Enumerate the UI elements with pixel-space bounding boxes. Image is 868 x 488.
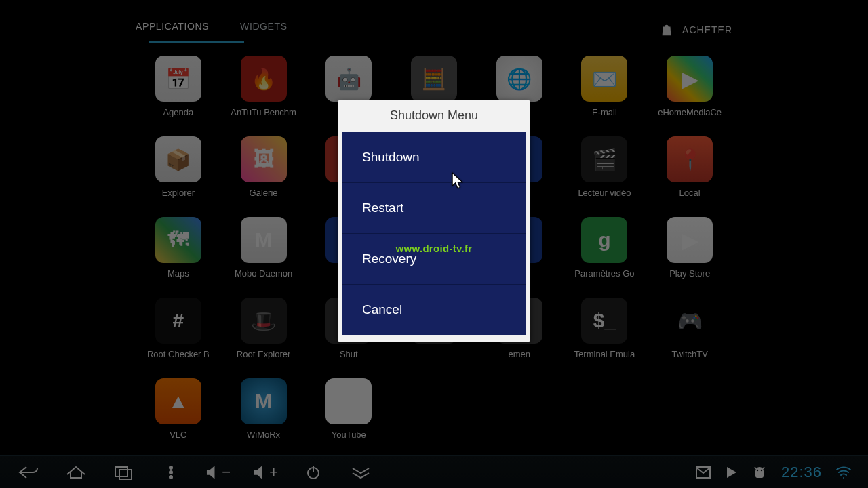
app-icon: ▶ (326, 378, 372, 424)
svg-point-3 (170, 471, 172, 474)
app-label: Maps (167, 268, 189, 279)
app-item[interactable]: ▶Play Store (647, 217, 732, 279)
dialog-menu: ShutdownRestartRecoveryCancel (342, 132, 526, 335)
app-label: eHomeMediaCe (658, 107, 722, 117)
svg-rect-0 (115, 467, 127, 476)
speaker-icon (206, 466, 220, 479)
app-label: emen (508, 349, 530, 359)
app-item[interactable]: 🎩Root Explorer (221, 298, 307, 359)
app-item[interactable]: MWiMoRx (221, 378, 307, 440)
dialog-title: Shutdown Menu (338, 100, 530, 132)
recent-apps-button[interactable] (111, 464, 136, 481)
svg-point-7 (757, 469, 758, 470)
app-icon: g (581, 217, 627, 263)
app-icon: $_ (581, 298, 627, 344)
wifi-icon (835, 464, 852, 481)
app-label: Lecteur vidéo (578, 188, 631, 198)
app-label: Root Explorer (237, 349, 290, 359)
app-label: Agenda (163, 107, 193, 117)
minus-label: − (222, 464, 231, 481)
app-icon: ▲ (155, 378, 201, 424)
shutdown-dialog: Shutdown Menu ShutdownRestartRecoveryCan… (338, 100, 530, 342)
app-item[interactable]: 🖼Galerie (221, 136, 307, 198)
app-icon: 🤖 (326, 56, 372, 102)
system-navbar: − + 22:36 (0, 455, 868, 488)
app-label: Paramètres Go (574, 268, 634, 279)
app-label: Local (679, 188, 701, 198)
drawer-header: APPLICATIONS WIDGETS ACHETER (136, 16, 732, 43)
android-debug-icon[interactable] (751, 466, 768, 479)
app-icon: # (155, 298, 201, 344)
svg-point-4 (170, 476, 172, 479)
shopping-bag-icon (659, 22, 674, 37)
app-item[interactable]: ✉️E-mail (562, 56, 648, 117)
app-icon: 📅 (155, 56, 201, 102)
app-label: Root Checker B (147, 349, 210, 359)
app-icon: M (241, 378, 287, 424)
app-icon: 🌐 (496, 56, 542, 102)
svg-point-2 (170, 466, 172, 469)
app-label: YouTube (332, 430, 366, 440)
app-item[interactable]: 🔥AnTuTu Benchm (221, 56, 307, 117)
clock: 22:36 (781, 464, 822, 481)
app-item[interactable]: MMobo Daemon (221, 217, 307, 279)
app-label: E-mail (592, 107, 617, 117)
app-item[interactable]: 📍Local (647, 136, 732, 198)
tab-widgets[interactable]: WIDGETS (240, 21, 288, 39)
app-label: Mobo Daemon (235, 268, 292, 279)
menu-item-cancel[interactable]: Cancel (342, 285, 526, 335)
app-icon: 🎬 (581, 136, 627, 182)
app-icon: 🎩 (241, 298, 287, 344)
app-icon: 🗺 (155, 217, 201, 263)
menu-button[interactable] (159, 464, 183, 481)
volume-down-button[interactable]: − (206, 464, 231, 481)
app-icon: 📦 (155, 136, 201, 182)
app-item[interactable]: 📅Agenda (136, 56, 221, 117)
app-icon: ✉️ (581, 56, 627, 102)
app-label: AnTuTu Benchm (231, 107, 296, 117)
plus-label: + (269, 464, 278, 481)
app-item[interactable]: #Root Checker B (136, 298, 221, 359)
app-icon: 🧮 (411, 56, 457, 102)
app-item[interactable]: ▶eHomeMediaCe (647, 56, 732, 117)
mail-icon[interactable] (696, 466, 711, 479)
app-icon: ▶ (667, 56, 713, 102)
speaker-icon (254, 466, 268, 479)
app-item[interactable]: ▶YouTube (306, 378, 391, 440)
power-button[interactable] (301, 464, 326, 481)
app-icon: 📍 (667, 136, 713, 182)
home-button[interactable] (64, 464, 88, 481)
app-item[interactable]: ▲VLC (136, 378, 221, 440)
menu-item-recovery[interactable]: Recovery (342, 234, 526, 285)
app-item[interactable]: gParamètres Go (562, 217, 648, 279)
app-item[interactable]: 🎬Lecteur vidéo (562, 136, 648, 198)
shop-button[interactable]: ACHETER (659, 22, 732, 37)
app-item[interactable]: 🎮TwitchTV (647, 298, 732, 359)
app-label: Terminal Emula (574, 349, 635, 359)
app-label: WiMoRx (247, 430, 280, 440)
menu-item-restart[interactable]: Restart (342, 183, 526, 234)
back-button[interactable] (16, 464, 41, 481)
app-label: Galerie (250, 188, 278, 198)
expand-button[interactable] (349, 464, 373, 481)
app-icon: M (241, 217, 287, 263)
app-icon: 🖼 (241, 136, 287, 182)
active-tab-indicator (149, 41, 244, 43)
app-item[interactable]: 📦Explorer (136, 136, 221, 198)
app-label: VLC (170, 430, 186, 440)
tab-applications[interactable]: APPLICATIONS (136, 21, 209, 39)
svg-point-8 (761, 469, 762, 470)
app-label: Play Store (669, 268, 710, 279)
app-item[interactable]: 🗺Maps (136, 217, 221, 279)
app-icon: ▶ (667, 217, 713, 263)
svg-rect-1 (119, 470, 132, 479)
app-label: Shut (340, 349, 358, 359)
volume-up-button[interactable]: + (254, 464, 278, 481)
menu-item-shutdown[interactable]: Shutdown (342, 132, 526, 183)
app-item[interactable]: $_Terminal Emula (562, 298, 648, 359)
app-icon: 🔥 (241, 56, 287, 102)
app-icon: 🎮 (667, 298, 713, 344)
app-label: TwitchTV (671, 349, 707, 359)
shop-label: ACHETER (682, 24, 732, 35)
play-store-icon[interactable] (724, 466, 738, 479)
